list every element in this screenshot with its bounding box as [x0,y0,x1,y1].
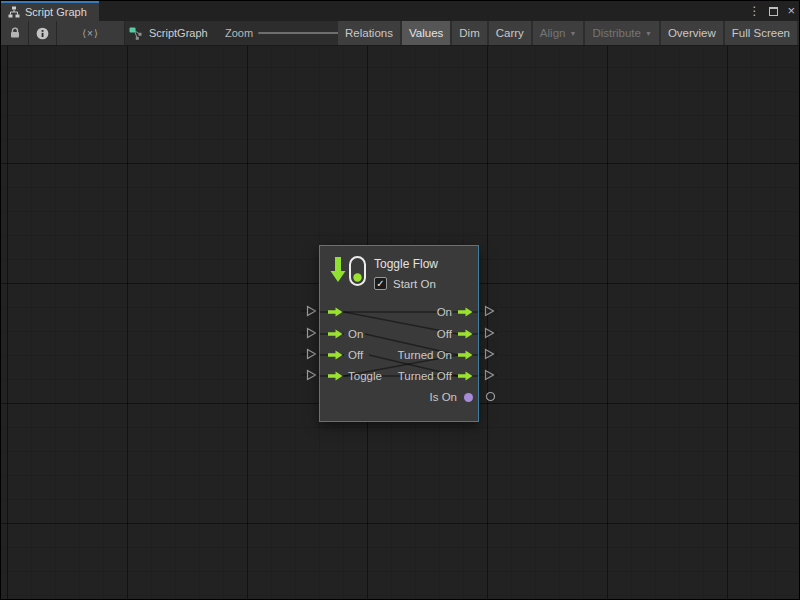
flow-arrow-icon [328,307,343,317]
output-connector-triangle[interactable] [484,305,495,317]
carry-button[interactable]: Carry [489,21,531,45]
distribute-button[interactable]: Distribute ▼ [585,21,659,45]
values-button[interactable]: Values [402,21,450,45]
output-connector-triangle[interactable] [484,348,495,360]
input-port-on[interactable]: On [328,326,363,342]
lock-icon [9,27,21,39]
code-icon: ⟨×⟩ [82,28,99,39]
output-port-off[interactable]: Off [437,326,473,342]
input-connector-triangle[interactable] [306,348,317,360]
code-preview-button[interactable]: ⟨×⟩ [57,21,125,45]
zoom-label: Zoom [225,21,253,45]
dim-button[interactable]: Dim [452,21,486,45]
window-menu-icon[interactable]: ⋮ [748,1,760,21]
close-icon[interactable]: × [787,1,795,21]
chevron-down-icon: ▼ [569,30,576,37]
maximize-icon[interactable] [769,7,778,16]
node-header: Toggle Flow ✓ Start On [329,255,438,290]
input-port-toggle[interactable]: Toggle [328,368,382,384]
input-port-off[interactable]: Off [328,347,363,363]
tab-title: Script Graph [25,6,87,18]
start-on-checkbox[interactable]: ✓ [374,277,387,290]
graph-name: ScriptGraph [149,27,208,39]
output-connector-circle[interactable] [485,391,496,402]
output-connector-triangle[interactable] [484,327,495,339]
flow-arrow-icon [458,307,473,317]
flow-arrow-icon [458,371,473,381]
overview-button[interactable]: Overview [661,21,723,45]
output-connector-triangle[interactable] [484,369,495,381]
tab-bar: Script Graph ⋮ × [1,1,799,21]
output-port-on[interactable]: On [437,304,473,320]
node-title: Toggle Flow [374,257,438,271]
flow-arrow-icon [328,350,343,360]
toggle-flow-node[interactable]: Toggle Flow ✓ Start On On Off [319,245,479,422]
script-graph-window: Script Graph ⋮ × [0,0,800,600]
zoom-slider-track[interactable] [258,32,350,34]
lock-button[interactable] [1,21,29,45]
input-connector-triangle[interactable] [306,327,317,339]
boolean-port-icon [464,393,473,402]
chevron-down-icon: ▼ [645,30,652,37]
toggle-flow-icon [329,255,367,289]
graph-canvas[interactable]: Toggle Flow ✓ Start On On Off [1,46,800,600]
fullscreen-button[interactable]: Full Screen [725,21,797,45]
output-port-turned-on[interactable]: Turned On [397,347,473,363]
flow-arrow-icon [458,350,473,360]
graph-hierarchy-icon [8,6,20,18]
graph-toolbar: ⟨×⟩ ScriptGraph Zoom 1x Relations Values… [1,21,799,46]
info-icon [36,27,49,40]
input-connector-triangle[interactable] [306,305,317,317]
input-connector-triangle[interactable] [306,369,317,381]
flow-arrow-icon [458,329,473,339]
tab-script-graph[interactable]: Script Graph [1,1,99,21]
relations-button[interactable]: Relations [338,21,400,45]
checkbox-label: Start On [393,278,436,290]
flow-arrow-icon [328,329,343,339]
script-graph-icon [129,26,143,40]
graph-breadcrumb[interactable]: ScriptGraph [129,21,208,45]
info-button[interactable] [29,21,57,45]
output-port-is-on[interactable]: Is On [430,389,473,405]
align-button[interactable]: Align ▼ [533,21,584,45]
input-port-enter[interactable] [328,304,348,320]
output-port-turned-off[interactable]: Turned Off [398,368,473,384]
flow-arrow-icon [328,371,343,381]
